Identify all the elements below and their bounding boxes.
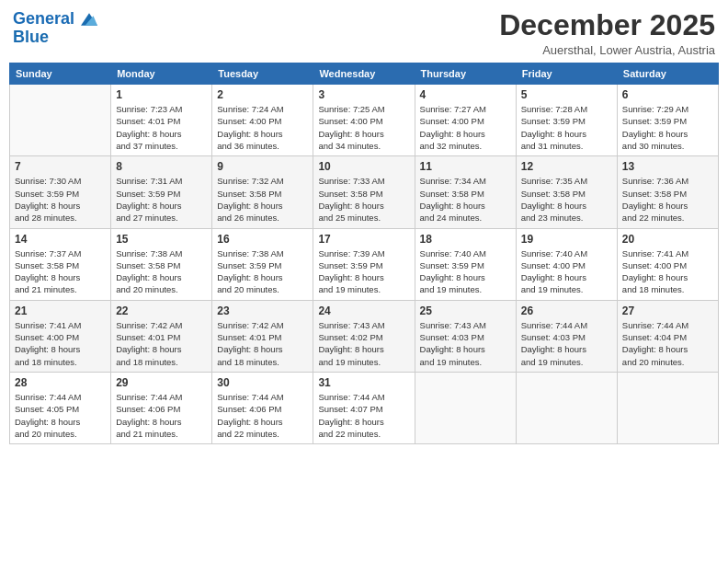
calendar-day-cell: 1Sunrise: 7:23 AM Sunset: 4:01 PM Daylig… bbox=[111, 85, 212, 156]
calendar-day-cell: 31Sunrise: 7:44 AM Sunset: 4:07 PM Dayli… bbox=[313, 372, 415, 443]
day-number: 1 bbox=[116, 88, 207, 101]
month-title: December 2025 bbox=[499, 9, 715, 41]
day-info: Sunrise: 7:44 AM Sunset: 4:04 PM Dayligh… bbox=[622, 319, 713, 368]
day-number: 26 bbox=[521, 304, 612, 317]
day-info: Sunrise: 7:23 AM Sunset: 4:01 PM Dayligh… bbox=[116, 103, 207, 152]
day-info: Sunrise: 7:25 AM Sunset: 4:00 PM Dayligh… bbox=[318, 103, 409, 152]
day-number: 20 bbox=[622, 233, 713, 246]
calendar-day-cell: 25Sunrise: 7:43 AM Sunset: 4:03 PM Dayli… bbox=[415, 300, 516, 372]
weekday-header-cell: Friday bbox=[516, 63, 617, 85]
calendar-day-cell: 6Sunrise: 7:29 AM Sunset: 3:59 PM Daylig… bbox=[617, 85, 718, 156]
day-info: Sunrise: 7:44 AM Sunset: 4:06 PM Dayligh… bbox=[217, 391, 308, 440]
calendar-day-cell: 18Sunrise: 7:40 AM Sunset: 3:59 PM Dayli… bbox=[415, 228, 516, 300]
calendar-week-row: 1Sunrise: 7:23 AM Sunset: 4:01 PM Daylig… bbox=[10, 85, 719, 156]
day-info: Sunrise: 7:43 AM Sunset: 4:03 PM Dayligh… bbox=[420, 319, 511, 368]
calendar-day-cell: 3Sunrise: 7:25 AM Sunset: 4:00 PM Daylig… bbox=[313, 85, 415, 156]
logo-blue-text: Blue bbox=[13, 28, 49, 48]
day-info: Sunrise: 7:27 AM Sunset: 4:00 PM Dayligh… bbox=[420, 103, 511, 152]
calendar-day-cell: 22Sunrise: 7:42 AM Sunset: 4:01 PM Dayli… bbox=[111, 300, 212, 372]
day-info: Sunrise: 7:38 AM Sunset: 3:58 PM Dayligh… bbox=[116, 247, 207, 296]
day-number: 21 bbox=[15, 304, 106, 317]
day-info: Sunrise: 7:42 AM Sunset: 4:01 PM Dayligh… bbox=[217, 319, 308, 368]
day-info: Sunrise: 7:29 AM Sunset: 3:59 PM Dayligh… bbox=[622, 103, 713, 152]
calendar-day-cell: 21Sunrise: 7:41 AM Sunset: 4:00 PM Dayli… bbox=[10, 300, 111, 372]
calendar-day-cell: 29Sunrise: 7:44 AM Sunset: 4:06 PM Dayli… bbox=[111, 372, 212, 443]
day-info: Sunrise: 7:43 AM Sunset: 4:02 PM Dayligh… bbox=[318, 319, 409, 368]
day-number: 16 bbox=[217, 233, 308, 246]
page-header: General Blue December 2025 Auersthal, Lo… bbox=[9, 9, 719, 57]
day-number: 22 bbox=[116, 304, 207, 317]
location-title: Auersthal, Lower Austria, Austria bbox=[499, 43, 715, 57]
day-info: Sunrise: 7:44 AM Sunset: 4:06 PM Dayligh… bbox=[116, 391, 207, 440]
day-info: Sunrise: 7:40 AM Sunset: 3:59 PM Dayligh… bbox=[420, 247, 511, 296]
calendar-day-cell: 13Sunrise: 7:36 AM Sunset: 3:58 PM Dayli… bbox=[617, 156, 718, 228]
calendar-day-cell bbox=[617, 372, 718, 443]
calendar-day-cell: 8Sunrise: 7:31 AM Sunset: 3:59 PM Daylig… bbox=[111, 156, 212, 228]
logo-icon bbox=[81, 13, 97, 26]
day-info: Sunrise: 7:37 AM Sunset: 3:58 PM Dayligh… bbox=[15, 247, 106, 296]
calendar-day-cell: 5Sunrise: 7:28 AM Sunset: 3:59 PM Daylig… bbox=[516, 85, 617, 156]
day-info: Sunrise: 7:40 AM Sunset: 4:00 PM Dayligh… bbox=[521, 247, 612, 296]
weekday-header-cell: Wednesday bbox=[313, 63, 415, 85]
weekday-header-row: SundayMondayTuesdayWednesdayThursdayFrid… bbox=[10, 63, 719, 85]
calendar-table: SundayMondayTuesdayWednesdayThursdayFrid… bbox=[9, 63, 719, 444]
calendar-day-cell: 10Sunrise: 7:33 AM Sunset: 3:58 PM Dayli… bbox=[313, 156, 415, 228]
day-info: Sunrise: 7:44 AM Sunset: 4:07 PM Dayligh… bbox=[318, 391, 409, 440]
calendar-day-cell: 7Sunrise: 7:30 AM Sunset: 3:59 PM Daylig… bbox=[10, 156, 111, 228]
day-number: 4 bbox=[420, 88, 511, 101]
calendar-day-cell bbox=[415, 372, 516, 443]
calendar-week-row: 7Sunrise: 7:30 AM Sunset: 3:59 PM Daylig… bbox=[10, 156, 719, 228]
weekday-header-cell: Saturday bbox=[617, 63, 718, 85]
day-number: 25 bbox=[420, 304, 511, 317]
logo-text: General bbox=[13, 9, 97, 29]
calendar-day-cell: 19Sunrise: 7:40 AM Sunset: 4:00 PM Dayli… bbox=[516, 228, 617, 300]
day-number: 13 bbox=[622, 160, 713, 173]
day-number: 28 bbox=[15, 376, 106, 389]
calendar-day-cell: 14Sunrise: 7:37 AM Sunset: 3:58 PM Dayli… bbox=[10, 228, 111, 300]
day-number: 15 bbox=[116, 233, 207, 246]
calendar-day-cell: 15Sunrise: 7:38 AM Sunset: 3:58 PM Dayli… bbox=[111, 228, 212, 300]
day-number: 9 bbox=[217, 160, 308, 173]
day-number: 11 bbox=[420, 160, 511, 173]
calendar-day-cell: 30Sunrise: 7:44 AM Sunset: 4:06 PM Dayli… bbox=[212, 372, 313, 443]
title-block: December 2025 Auersthal, Lower Austria, … bbox=[499, 9, 715, 57]
day-info: Sunrise: 7:41 AM Sunset: 4:00 PM Dayligh… bbox=[622, 247, 713, 296]
logo: General Blue bbox=[13, 9, 97, 47]
day-info: Sunrise: 7:31 AM Sunset: 3:59 PM Dayligh… bbox=[116, 175, 207, 224]
calendar-day-cell bbox=[10, 85, 111, 156]
day-number: 10 bbox=[318, 160, 409, 173]
calendar-day-cell: 27Sunrise: 7:44 AM Sunset: 4:04 PM Dayli… bbox=[617, 300, 718, 372]
calendar-day-cell: 17Sunrise: 7:39 AM Sunset: 3:59 PM Dayli… bbox=[313, 228, 415, 300]
calendar-day-cell: 2Sunrise: 7:24 AM Sunset: 4:00 PM Daylig… bbox=[212, 85, 313, 156]
day-info: Sunrise: 7:36 AM Sunset: 3:58 PM Dayligh… bbox=[622, 175, 713, 224]
day-number: 6 bbox=[622, 88, 713, 101]
calendar-day-cell: 16Sunrise: 7:38 AM Sunset: 3:59 PM Dayli… bbox=[212, 228, 313, 300]
weekday-header-cell: Sunday bbox=[10, 63, 111, 85]
day-info: Sunrise: 7:24 AM Sunset: 4:00 PM Dayligh… bbox=[217, 103, 308, 152]
calendar-day-cell bbox=[516, 372, 617, 443]
day-info: Sunrise: 7:38 AM Sunset: 3:59 PM Dayligh… bbox=[217, 247, 308, 296]
day-info: Sunrise: 7:30 AM Sunset: 3:59 PM Dayligh… bbox=[15, 175, 106, 224]
calendar-day-cell: 28Sunrise: 7:44 AM Sunset: 4:05 PM Dayli… bbox=[10, 372, 111, 443]
day-number: 7 bbox=[15, 160, 106, 173]
day-info: Sunrise: 7:44 AM Sunset: 4:03 PM Dayligh… bbox=[521, 319, 612, 368]
calendar-day-cell: 12Sunrise: 7:35 AM Sunset: 3:58 PM Dayli… bbox=[516, 156, 617, 228]
calendar-week-row: 14Sunrise: 7:37 AM Sunset: 3:58 PM Dayli… bbox=[10, 228, 719, 300]
day-info: Sunrise: 7:32 AM Sunset: 3:58 PM Dayligh… bbox=[217, 175, 308, 224]
day-info: Sunrise: 7:28 AM Sunset: 3:59 PM Dayligh… bbox=[521, 103, 612, 152]
day-number: 5 bbox=[521, 88, 612, 101]
calendar-day-cell: 9Sunrise: 7:32 AM Sunset: 3:58 PM Daylig… bbox=[212, 156, 313, 228]
calendar-day-cell: 11Sunrise: 7:34 AM Sunset: 3:58 PM Dayli… bbox=[415, 156, 516, 228]
weekday-header-cell: Thursday bbox=[415, 63, 516, 85]
weekday-header-cell: Tuesday bbox=[212, 63, 313, 85]
calendar-week-row: 21Sunrise: 7:41 AM Sunset: 4:00 PM Dayli… bbox=[10, 300, 719, 372]
day-info: Sunrise: 7:35 AM Sunset: 3:58 PM Dayligh… bbox=[521, 175, 612, 224]
day-number: 14 bbox=[15, 233, 106, 246]
calendar-week-row: 28Sunrise: 7:44 AM Sunset: 4:05 PM Dayli… bbox=[10, 372, 719, 443]
calendar-body: 1Sunrise: 7:23 AM Sunset: 4:01 PM Daylig… bbox=[10, 85, 719, 444]
calendar-day-cell: 23Sunrise: 7:42 AM Sunset: 4:01 PM Dayli… bbox=[212, 300, 313, 372]
day-number: 12 bbox=[521, 160, 612, 173]
day-number: 24 bbox=[318, 304, 409, 317]
calendar-day-cell: 20Sunrise: 7:41 AM Sunset: 4:00 PM Dayli… bbox=[617, 228, 718, 300]
day-info: Sunrise: 7:34 AM Sunset: 3:58 PM Dayligh… bbox=[420, 175, 511, 224]
